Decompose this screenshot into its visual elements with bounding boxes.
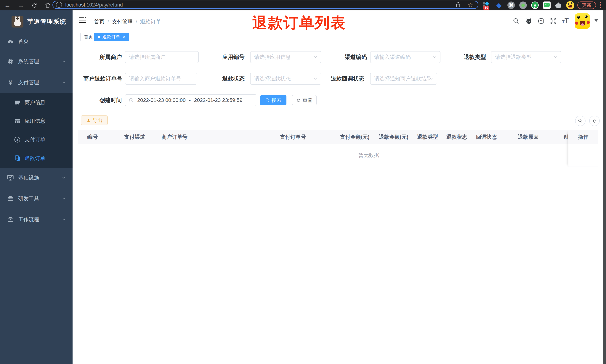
search-button[interactable]: 搜索	[260, 95, 287, 105]
sidebar-item-label: 系统管理	[18, 58, 39, 65]
user-avatar[interactable]	[575, 13, 590, 29]
extension-command-icon[interactable]: ⌘	[507, 1, 515, 9]
font-size-icon[interactable]: TT	[561, 17, 569, 25]
sidebar-item-pay-order[interactable]: ¥ 支付订单	[0, 130, 73, 149]
address-bar[interactable]: i localhost:1024/pay/refund ☆	[53, 1, 478, 9]
active-tab-dot	[98, 36, 100, 38]
extension-emoji-icon[interactable]	[566, 1, 574, 9]
sidebar-item-app-info[interactable]: 应用信息	[0, 112, 73, 130]
clock-icon	[128, 97, 134, 103]
monitor-icon	[7, 174, 14, 182]
header-search-icon[interactable]	[512, 17, 520, 25]
refresh-table-button[interactable]	[589, 116, 600, 126]
avatar-caret-down-icon[interactable]	[594, 19, 598, 22]
callback-status-input[interactable]	[370, 76, 437, 82]
sidebar-item-home[interactable]: 首页	[0, 32, 73, 51]
share-icon[interactable]	[455, 2, 461, 8]
sidebar-item-refund-order[interactable]: 退款订单	[0, 149, 73, 168]
tags-view-bar	[73, 31, 606, 43]
create-time-label: 创建时间	[78, 94, 122, 106]
site-info-icon[interactable]: i	[56, 2, 62, 8]
page-title-annotation: 退款订单列表	[252, 13, 346, 33]
column-refund-amount: 退款金额(元)	[377, 133, 415, 141]
grid-table-icon	[14, 117, 21, 125]
refund-order-page: ← → i localhost:1024/pay/refund ☆ ◆10 ◆ …	[0, 0, 606, 364]
breadcrumb-current: 退款订单	[140, 18, 161, 25]
chevron-down-icon	[432, 55, 437, 60]
browser-update-button[interactable]: 更新	[577, 1, 596, 9]
shop-icon	[14, 99, 21, 106]
refund-status-input[interactable]	[250, 76, 321, 82]
toggle-search-button[interactable]	[575, 116, 586, 126]
refund-status-select[interactable]	[250, 73, 321, 85]
tab-close-icon[interactable]: ×	[123, 34, 125, 39]
sidebar-item-workflow[interactable]: 工作流程	[0, 210, 73, 229]
breadcrumb: 首页 / 支付管理 / 退款订单	[94, 18, 161, 25]
help-icon[interactable]: ?	[537, 17, 545, 25]
channel-select[interactable]	[370, 51, 440, 63]
browser-forward-icon[interactable]: →	[17, 1, 25, 9]
sidebar-collapse-icon[interactable]	[79, 16, 86, 24]
channel-input[interactable]	[370, 54, 440, 60]
sidebar-item-label: 支付管理	[18, 79, 39, 86]
create-time-range-picker[interactable]: 2022-01-23 00:00:00 - 2022-01-23 23:59:5…	[125, 94, 256, 106]
browser-home-icon[interactable]	[44, 1, 51, 9]
merchant-input[interactable]	[125, 54, 198, 60]
browser-back-icon[interactable]: ←	[4, 1, 11, 9]
column-refund-status: 退款状态	[444, 133, 474, 141]
chevron-down-icon	[61, 59, 66, 64]
app-select[interactable]	[250, 51, 321, 63]
sidebar-item-merchant-info[interactable]: 商户信息	[0, 93, 73, 112]
extensions-puzzle-icon[interactable]	[554, 1, 563, 9]
date-range-separator: -	[189, 97, 191, 103]
reset-button[interactable]: 重置	[292, 95, 316, 105]
chevron-down-icon	[553, 55, 558, 60]
column-pay-amount: 支付金额(元)	[338, 133, 377, 141]
breadcrumb-home[interactable]: 首页	[94, 18, 105, 25]
refund-type-input[interactable]	[491, 54, 561, 60]
briefcase-icon	[7, 216, 14, 223]
refund-document-icon	[14, 155, 21, 162]
browser-reload-icon[interactable]	[30, 1, 38, 9]
refresh-icon	[296, 98, 301, 103]
breadcrumb-section[interactable]: 支付管理	[112, 18, 133, 25]
tab-refund-order[interactable]: 退款订单 ×	[94, 33, 129, 41]
extension-y-icon[interactable]: y	[531, 1, 539, 9]
github-icon[interactable]	[525, 17, 533, 25]
search-icon	[265, 98, 270, 103]
sidebar-item-label: 支付订单	[25, 136, 45, 143]
empty-data-text: 暂无数据	[358, 152, 379, 159]
merchant-refund-no-field[interactable]	[125, 73, 197, 85]
end-date-value[interactable]: 2022-01-23 23:59:59	[194, 97, 242, 103]
sidebar-item-infrastructure[interactable]: 基础设施	[0, 169, 73, 187]
app-input[interactable]	[250, 54, 321, 60]
export-button[interactable]: 导出	[81, 116, 108, 125]
extension-chat-icon[interactable]	[543, 1, 551, 9]
extension-dashlane-icon[interactable]: ◆10	[482, 1, 490, 9]
merchant-refund-no-input[interactable]	[125, 76, 197, 82]
toolbox-icon	[7, 195, 14, 202]
sidebar-item-label: 研发工具	[18, 195, 39, 202]
callback-status-select[interactable]	[370, 73, 437, 85]
sidebar-item-pay[interactable]: ¥ 支付管理	[0, 73, 73, 92]
browser-menu-icon[interactable]	[600, 2, 601, 8]
chevron-down-icon	[429, 76, 434, 81]
fullscreen-icon[interactable]	[550, 17, 557, 25]
tab-home[interactable]: 首页	[80, 33, 96, 41]
sidebar-item-label: 首页	[18, 38, 29, 45]
app-title: 芋道管理系统	[27, 17, 66, 26]
window-scrollbar[interactable]	[603, 10, 606, 364]
gear-icon	[7, 58, 14, 65]
sidebar-item-system[interactable]: 系统管理	[0, 52, 73, 71]
bookmark-star-icon[interactable]: ☆	[467, 1, 473, 9]
refund-type-select[interactable]	[491, 51, 561, 63]
extension-gem-icon[interactable]: ◆	[495, 1, 503, 9]
app-label: 应用编号	[216, 51, 245, 63]
column-pay-channel: 支付渠道	[122, 133, 159, 141]
download-icon	[86, 118, 91, 123]
extension-green-dot-icon[interactable]	[519, 1, 527, 9]
start-date-value[interactable]: 2022-01-23 00:00:00	[137, 97, 186, 103]
sidebar-item-dev-tools[interactable]: 研发工具	[0, 189, 73, 208]
merchant-refund-no-label: 商户退款订单号	[78, 73, 122, 85]
merchant-select[interactable]	[125, 51, 199, 63]
